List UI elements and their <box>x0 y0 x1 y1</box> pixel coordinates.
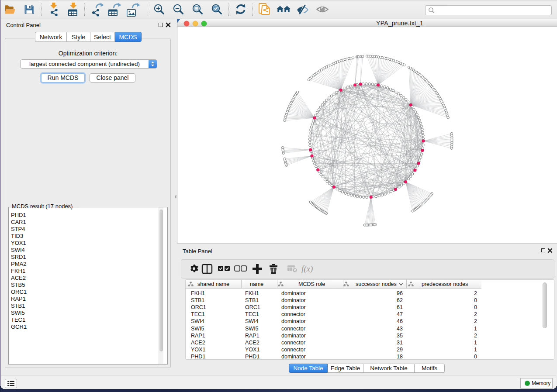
svg-text:f(x): f(x) <box>301 264 313 274</box>
